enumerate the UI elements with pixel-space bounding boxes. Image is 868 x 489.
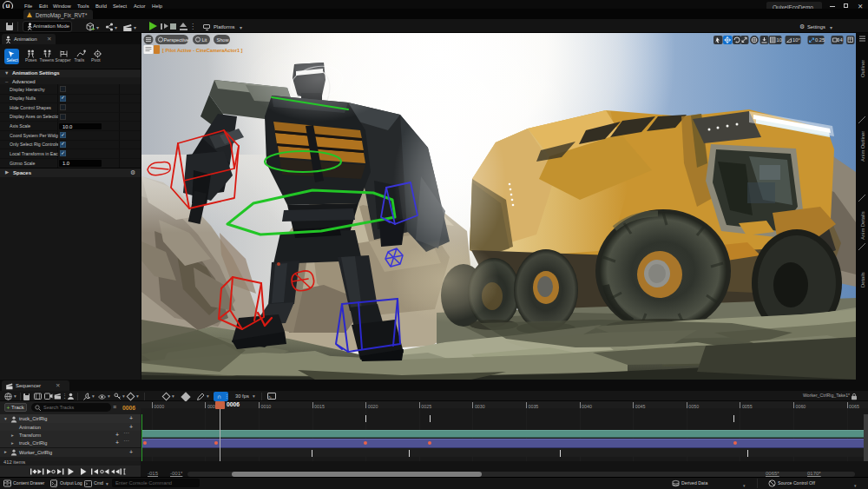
svg-text:10: 10 (777, 37, 782, 43)
svg-text:Show: Show (217, 37, 230, 43)
svg-text:Lit: Lit (202, 37, 207, 43)
svg-text:0.25: 0.25 (815, 37, 825, 43)
svg-text:Perspective: Perspective (164, 37, 189, 43)
svg-text:Outliner: Outliner (860, 60, 865, 77)
svg-text:Details: Details (860, 272, 865, 287)
svg-text:Anim Details: Anim Details (860, 211, 865, 240)
svg-text:Anim Outliner: Anim Outliner (860, 131, 865, 162)
svg-text:[ Pilot Active - CineCameraAct: [ Pilot Active - CineCameraActor1 ] (162, 48, 243, 53)
svg-text:10°: 10° (792, 37, 800, 43)
